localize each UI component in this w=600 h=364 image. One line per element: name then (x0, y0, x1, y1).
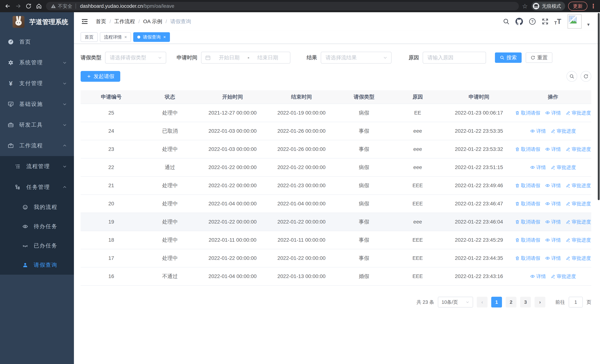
result-select[interactable]: 请选择流结果 (321, 52, 392, 64)
url-bar[interactable]: 不安全 dashboard.yudao.iocoder.cn/bpm/oa/le… (46, 2, 519, 10)
cell-actions: 详情审批进度 (515, 164, 591, 171)
tab-process-detail[interactable]: 流程详情 × (100, 32, 131, 42)
fullscreen-icon[interactable] (542, 16, 549, 27)
robot-icon (22, 204, 28, 211)
end-date-placeholder[interactable]: 结束日期 (249, 54, 286, 61)
page-size-select[interactable]: 10条/页 (438, 297, 473, 308)
search-icon[interactable] (503, 16, 510, 27)
bookmark-star-icon[interactable]: ☆ (522, 2, 528, 10)
action-progress-link[interactable]: 审批进度 (566, 146, 591, 152)
app-title: 芋道管理系统 (29, 18, 68, 26)
cell-reason: EEE (392, 273, 443, 279)
cell-actions: 取消请假详情审批进度 (515, 110, 591, 116)
tab-leave-query[interactable]: 请假查询 × (133, 32, 170, 42)
action-progress-link[interactable]: 审批进度 (551, 273, 576, 280)
create-leave-button[interactable]: 发起请假 (81, 71, 120, 82)
action-cancel-link[interactable]: 取消请假 (515, 255, 540, 261)
action-detail-link[interactable]: 详情 (545, 255, 561, 261)
pen-icon (551, 165, 555, 170)
reason-label: 原因 (409, 54, 419, 61)
goto-page-input[interactable] (569, 297, 583, 308)
column-header: 申请时间 (443, 93, 515, 101)
action-progress-link[interactable]: 审批进度 (566, 110, 591, 116)
sidebar-item-leave-query[interactable]: 请假查询 (0, 255, 74, 275)
close-icon[interactable]: × (124, 35, 127, 40)
action-progress-link[interactable]: 审批进度 (566, 182, 591, 189)
action-detail-link[interactable]: 详情 (530, 128, 546, 134)
back-icon[interactable] (3, 2, 13, 10)
start-date-placeholder[interactable]: 开始日期 (211, 54, 248, 61)
action-detail-link[interactable]: 详情 (530, 164, 546, 171)
close-icon[interactable]: × (163, 35, 166, 40)
github-icon[interactable] (515, 16, 523, 27)
next-page-button[interactable]: › (534, 297, 545, 308)
leave-type-select[interactable]: 请选择请假类型 (105, 52, 166, 64)
breadcrumb-item[interactable]: OA 示例 (143, 18, 162, 25)
font-size-icon[interactable]: TT (554, 18, 561, 26)
help-icon[interactable]: ? (529, 16, 536, 27)
home-icon[interactable] (34, 2, 44, 10)
page-button-3[interactable]: 3 (520, 297, 531, 308)
forward-icon[interactable] (13, 2, 23, 10)
sidebar-item-home[interactable]: 首页 (0, 31, 74, 52)
tab-home[interactable]: 首页 (81, 32, 98, 42)
action-cancel-link[interactable]: 取消请假 (515, 201, 540, 207)
action-cancel-link[interactable]: 取消请假 (515, 219, 540, 225)
browser-menu-icon[interactable]: ⋮ (589, 3, 597, 10)
action-progress-link[interactable]: 审批进度 (551, 128, 576, 134)
action-cancel-link[interactable]: 取消请假 (515, 182, 540, 189)
action-detail-link[interactable]: 详情 (545, 146, 561, 152)
action-cancel-link[interactable]: 取消请假 (515, 237, 540, 243)
sidebar-item-done-tasks[interactable]: 已办任务 (0, 236, 74, 255)
breadcrumb-separator: / (138, 19, 140, 24)
reload-icon[interactable] (23, 2, 34, 10)
table-row: 21处理中2022-01-22 00:00:002022-01-23 00:00… (81, 177, 591, 195)
sidebar-item-system[interactable]: 系统管理 (0, 52, 74, 73)
action-progress-link[interactable]: 审批进度 (566, 201, 591, 207)
sidebar-item-my-process[interactable]: 我的流程 (0, 197, 74, 217)
action-progress-link[interactable]: 审批进度 (566, 255, 591, 261)
search-button[interactable]: 搜索 (495, 52, 522, 63)
action-detail-link[interactable]: 详情 (545, 219, 561, 225)
action-detail-link[interactable]: 详情 (545, 182, 561, 189)
browser-scrollbar[interactable] (598, 13, 600, 200)
table-row: 19处理中2022-01-22 00:00:002022-01-22 00:00… (81, 213, 591, 231)
logo[interactable]: 芋道管理系统 (0, 12, 74, 31)
refresh-table-button[interactable] (581, 71, 591, 82)
sidebar-item-devtools[interactable]: 研发工具 (0, 114, 74, 135)
action-detail-link[interactable]: 详情 (545, 110, 561, 116)
sidebar-collapse-icon[interactable] (81, 18, 89, 26)
trash-icon (515, 238, 520, 243)
update-button[interactable]: 更新 (568, 2, 587, 10)
cell-actions: 取消请假详情审批进度 (515, 219, 591, 225)
action-cancel-link[interactable]: 取消请假 (515, 146, 540, 152)
action-detail-link[interactable]: 详情 (530, 273, 546, 280)
action-progress-link[interactable]: 审批进度 (566, 219, 591, 225)
page-button-2[interactable]: 2 (506, 297, 516, 308)
apply-time-range-picker[interactable]: 开始日期 - 结束日期 (201, 52, 290, 64)
sidebar-item-todo-tasks[interactable]: 待办任务 (0, 217, 74, 236)
breadcrumb-item[interactable]: 首页 (96, 18, 106, 25)
avatar[interactable] (568, 14, 582, 28)
reset-button[interactable]: 重置 (526, 52, 552, 63)
action-detail-link[interactable]: 详情 (545, 201, 561, 207)
sidebar-item-process-mgmt[interactable]: 流程管理 (0, 156, 74, 177)
caret-down-icon[interactable]: ▾ (587, 22, 590, 28)
url-path[interactable]: /bpm/oa/leave (143, 3, 174, 9)
page-button-1[interactable]: 1 (491, 297, 502, 308)
toggle-search-button[interactable] (566, 71, 577, 82)
sidebar-item-workflow[interactable]: 工作流程 (0, 135, 74, 156)
sidebar-item-infra[interactable]: 基础设施 (0, 94, 74, 114)
reason-input[interactable] (428, 55, 481, 61)
action-progress-link[interactable]: 审批进度 (566, 237, 591, 243)
action-detail-link[interactable]: 详情 (545, 237, 561, 243)
action-progress-link[interactable]: 审批进度 (551, 164, 576, 171)
sidebar-item-payment[interactable]: ¥ 支付管理 (0, 73, 74, 94)
url-host[interactable]: dashboard.yudao.iocoder.cn (80, 3, 143, 9)
security-label[interactable]: 不安全 (58, 3, 72, 9)
active-dot-icon (137, 36, 140, 38)
action-cancel-link[interactable]: 取消请假 (515, 110, 540, 116)
breadcrumb-item[interactable]: 工作流程 (114, 18, 135, 25)
sidebar-item-task-mgmt[interactable]: 任务管理 (0, 177, 74, 197)
prev-page-button[interactable]: ‹ (477, 297, 488, 308)
